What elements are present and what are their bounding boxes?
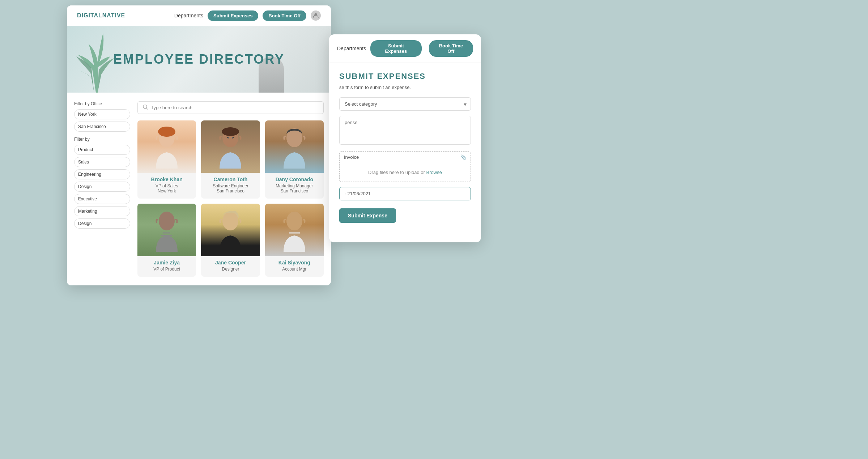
filter-executive[interactable]: Executive bbox=[74, 194, 130, 204]
svg-point-5 bbox=[222, 127, 239, 136]
employee-photo bbox=[201, 120, 260, 173]
category-select[interactable]: Select category Travel Meals Equipment O… bbox=[339, 97, 471, 111]
svg-rect-9 bbox=[232, 137, 233, 139]
svg-rect-8 bbox=[227, 137, 229, 139]
employee-location: San Francisco bbox=[201, 188, 260, 194]
svg-point-15 bbox=[286, 212, 302, 230]
filter-design[interactable]: Design bbox=[74, 182, 130, 192]
hero-banner: EMPLOYEE DIRECTORY bbox=[67, 26, 331, 93]
filter-new-york[interactable]: New York bbox=[74, 109, 130, 119]
filter-by-office-label: Filter by Office bbox=[74, 101, 130, 106]
filter-product[interactable]: Product bbox=[74, 145, 130, 155]
main-nav: DIGITALNATIVE Departments Submit Expense… bbox=[67, 5, 331, 26]
nav-submit-expenses-button[interactable]: Submit Expenses bbox=[208, 10, 258, 21]
filter-design-2[interactable]: Design bbox=[74, 218, 130, 229]
svg-point-11 bbox=[159, 212, 175, 230]
expenses-title: SUBMIT EXPENSES bbox=[339, 72, 471, 81]
upload-label: Invoice bbox=[344, 154, 359, 160]
employee-title: VP of Sales bbox=[137, 183, 196, 188]
user-avatar-icon[interactable] bbox=[311, 10, 321, 21]
paperclip-icon: 📎 bbox=[460, 154, 466, 160]
employee-title: VP of Product bbox=[137, 267, 196, 272]
employee-card[interactable]: Jane Cooper Designer bbox=[201, 204, 260, 277]
employee-card[interactable]: Brooke Khan VP of Sales New York bbox=[137, 120, 196, 199]
expenses-body: SUBMIT EXPENSES se this form to submit a… bbox=[329, 63, 481, 231]
upload-drop-text: Drag files here to upload or bbox=[368, 170, 426, 175]
employee-title: Software Engineer bbox=[201, 183, 260, 188]
upload-drop-area[interactable]: Drag files here to upload or Browse bbox=[340, 163, 471, 182]
employee-photo bbox=[137, 120, 196, 173]
upload-field: Invoice 📎 Drag files here to upload or B… bbox=[339, 151, 471, 182]
employee-name: Jamie Ziya bbox=[137, 260, 196, 265]
submit-expense-button[interactable]: Submit Expense bbox=[339, 208, 396, 223]
employee-location: San Francisco bbox=[265, 188, 324, 194]
app-logo: DIGITALNATIVE bbox=[77, 12, 174, 19]
file-upload-area[interactable]: Invoice 📎 Drag files here to upload or B… bbox=[339, 151, 471, 182]
search-icon bbox=[143, 105, 148, 111]
employee-title: Designer bbox=[201, 267, 260, 272]
employee-area: Brooke Khan VP of Sales New York bbox=[137, 101, 324, 277]
employee-name: Dany Coronado bbox=[265, 177, 324, 182]
sidebar-filters: Filter by Office New York San Francisco … bbox=[74, 101, 130, 277]
expenses-nav-links: Departments bbox=[337, 46, 366, 51]
description-field bbox=[339, 116, 471, 146]
filter-san-francisco[interactable]: San Francisco bbox=[74, 122, 130, 132]
search-input[interactable] bbox=[151, 105, 318, 110]
employee-name: Kai Siyavong bbox=[265, 260, 324, 265]
expenses-nav-book-time-off-button[interactable]: Book Time Off bbox=[429, 40, 473, 57]
employee-grid: Brooke Khan VP of Sales New York bbox=[137, 120, 324, 277]
employee-title: Marketing Manager bbox=[265, 183, 324, 188]
employee-photo bbox=[137, 204, 196, 256]
filter-by-label: Filter by bbox=[74, 137, 130, 142]
search-bar[interactable] bbox=[137, 101, 324, 114]
hero-title: EMPLOYEE DIRECTORY bbox=[113, 52, 285, 67]
filter-engineering[interactable]: Engineering bbox=[74, 169, 130, 179]
employee-photo bbox=[265, 120, 324, 173]
employee-card[interactable]: Cameron Toth Software Engineer San Franc… bbox=[201, 120, 260, 199]
employee-photo bbox=[265, 204, 324, 256]
filter-sales[interactable]: Sales bbox=[74, 157, 130, 167]
employee-name: Brooke Khan bbox=[137, 177, 196, 182]
hero-plant-decoration bbox=[74, 26, 118, 93]
employee-card[interactable]: Dany Coronado Marketing Manager San Fran… bbox=[265, 120, 324, 199]
expenses-nav: Departments Submit Expenses Book Time Of… bbox=[329, 34, 481, 63]
employee-card[interactable]: Kai Siyavong Account Mgr bbox=[265, 204, 324, 277]
date-field bbox=[339, 187, 471, 200]
employee-name: Jane Cooper bbox=[201, 260, 260, 265]
main-content: Filter by Office New York San Francisco … bbox=[67, 93, 331, 285]
employee-card[interactable]: Jamie Ziya VP of Product bbox=[137, 204, 196, 277]
nav-book-time-off-button[interactable]: Book Time Off bbox=[263, 10, 306, 21]
expenses-subtitle: se this form to submit an expense. bbox=[339, 85, 471, 90]
employee-photo bbox=[201, 204, 260, 256]
directory-window: DIGITALNATIVE Departments Submit Expense… bbox=[67, 5, 331, 285]
category-field: Select category Travel Meals Equipment O… bbox=[339, 97, 471, 111]
employee-title: Account Mgr bbox=[265, 267, 324, 272]
employee-location: New York bbox=[137, 188, 196, 194]
expenses-nav-submit-button[interactable]: Submit Expenses bbox=[370, 40, 422, 57]
expenses-window: Departments Submit Expenses Book Time Of… bbox=[329, 34, 481, 242]
description-textarea[interactable] bbox=[339, 116, 471, 145]
nav-links: Departments Submit Expenses Book Time Of… bbox=[174, 10, 321, 21]
expenses-nav-departments[interactable]: Departments bbox=[337, 46, 366, 51]
date-input[interactable] bbox=[339, 187, 471, 200]
upload-label-row: Invoice 📎 bbox=[340, 152, 471, 163]
filter-marketing[interactable]: Marketing bbox=[74, 206, 130, 216]
upload-browse-link[interactable]: Browse bbox=[426, 170, 442, 175]
employee-name: Cameron Toth bbox=[201, 177, 260, 182]
nav-departments[interactable]: Departments bbox=[174, 13, 203, 18]
svg-point-3 bbox=[158, 127, 175, 137]
